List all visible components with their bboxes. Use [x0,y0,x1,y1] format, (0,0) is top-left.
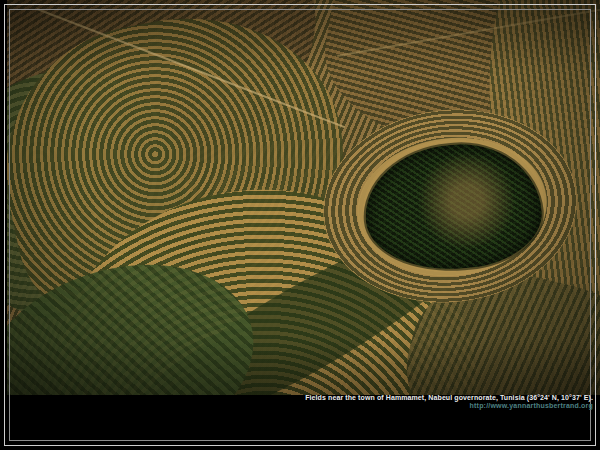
caption-url: http://www.yannarthusbertrand.org [305,402,593,410]
aerial-photo [7,0,600,395]
caption-title: Fields near the town of Hammamet, Nabeul… [305,394,593,402]
photo-vignette [7,0,600,395]
photo-caption: Fields near the town of Hammamet, Nabeul… [305,394,593,410]
desktop-wallpaper: Fields near the town of Hammamet, Nabeul… [0,0,600,450]
